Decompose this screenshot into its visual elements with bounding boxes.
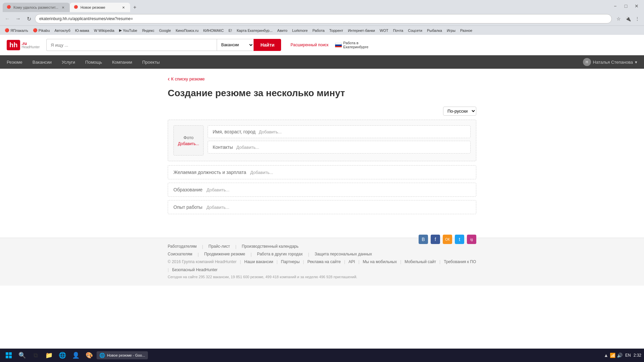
settings-button[interactable]: ⋮ — [633, 15, 641, 23]
footer-link-resume-promo[interactable]: Продвижение резюме — [204, 252, 245, 257]
name-field-row[interactable]: Имя, возраст, город Добавить... — [208, 125, 471, 138]
hh-header: hh .ru HeadHunter Вакансии Найти Расшире… — [0, 35, 644, 55]
bookmark-games[interactable]: Игры — [445, 28, 458, 33]
education-section-block[interactable]: Образование Добавить... — [168, 183, 476, 197]
bookmark-button[interactable]: ☆ — [614, 15, 623, 23]
location-text: Работа в Екатеринбурге — [343, 41, 367, 49]
nav-help[interactable]: Помощь — [85, 60, 102, 65]
contacts-field-row[interactable]: Контакты Добавить... — [208, 141, 471, 154]
advanced-search-link[interactable]: Расширенный поиск — [290, 43, 328, 47]
tray-network[interactable]: 📶 — [610, 353, 615, 358]
location-info: Работа в Екатеринбурге — [335, 41, 367, 49]
bookmark-kinomax[interactable]: КИНОМАКС — [201, 28, 226, 33]
footer-link-employers[interactable]: Работодателям — [168, 244, 197, 249]
taskbar-task-view[interactable]: ⧉ — [30, 349, 42, 361]
bookmark-youtube[interactable]: ▶ YouTube — [117, 27, 139, 33]
bookmark-work[interactable]: Работа — [310, 28, 326, 33]
new-tab-button[interactable]: + — [130, 3, 140, 12]
nav-companies[interactable]: Компании — [112, 60, 132, 65]
search-type-select[interactable]: Вакансии — [217, 39, 254, 51]
browser-tab-1[interactable]: 🔴 Кому удалось разместит... ✕ — [3, 3, 70, 12]
footer-requirements[interactable]: Требования к ПО — [444, 259, 476, 264]
nav-services[interactable]: Услуги — [62, 60, 75, 65]
tray-speaker[interactable]: 🔊 — [617, 353, 623, 358]
extensions-button[interactable]: 🔌 — [624, 15, 632, 23]
bookmark-avito[interactable]: Авито — [275, 28, 289, 33]
bookmark-map[interactable]: Карта Екатеринбур... — [235, 28, 275, 33]
footer-link-personal-data[interactable]: Защита персональных данных — [315, 252, 372, 257]
bookmark-yandex[interactable]: Яндекс — [140, 28, 156, 33]
footer-link-production-calendar[interactable]: Производственный календарь — [242, 244, 299, 249]
social-fb-icon[interactable]: f — [431, 235, 440, 244]
bookmark-social[interactable]: Соцсети — [406, 28, 424, 33]
social-ok-icon[interactable]: ОК — [443, 235, 452, 244]
photo-block[interactable]: Фото Добавить... — [173, 125, 204, 156]
nav-user[interactable]: Н Наталья Степанова ▾ — [583, 58, 637, 66]
tab-close-2[interactable]: ✕ — [121, 5, 126, 10]
bookmark-lurkmore[interactable]: Lurkmore — [290, 28, 310, 33]
bookmark-google[interactable]: Google — [157, 28, 173, 33]
language-select[interactable]: По-русски — [443, 107, 476, 116]
start-button[interactable] — [3, 349, 15, 361]
taskbar-time-display[interactable]: 2:32 — [634, 353, 641, 358]
bookmark-yomama[interactable]: Ю-мама — [73, 28, 91, 33]
close-button[interactable]: ✕ — [632, 3, 641, 9]
bookmark-torrent[interactable]: Торрент — [327, 28, 345, 33]
back-to-resumes-link[interactable]: К списку резюме — [168, 75, 476, 82]
search-button[interactable]: Найти — [254, 39, 281, 51]
taskbar-lang[interactable]: EN — [625, 353, 631, 358]
taskbar-search[interactable]: 🔍 — [16, 349, 28, 361]
education-section-add: Добавить... — [207, 187, 229, 192]
footer-mobile-site[interactable]: Мобильный сайт — [405, 259, 436, 264]
address-input[interactable]: ekaterinburg.hh.ru/applicant/resumes/vie… — [35, 14, 612, 23]
tray-up-arrow[interactable]: ▲ — [604, 353, 608, 358]
search-input[interactable] — [46, 39, 217, 51]
browser-tab-2[interactable]: 🔴 Новое резюме ✕ — [70, 3, 130, 12]
taskbar-people[interactable]: 👤 — [70, 349, 82, 361]
experience-section-label: Опыт работы — [173, 204, 202, 210]
footer-our-vacancies[interactable]: Наши вакансии — [244, 259, 273, 264]
social-ig-icon[interactable]: ig — [467, 235, 476, 244]
nav-vacancies[interactable]: Вакансии — [33, 60, 52, 65]
reload-button[interactable]: ↻ — [24, 14, 34, 23]
footer-link-other-cities[interactable]: Работа в других городах — [257, 252, 303, 257]
bookmark-pikabu[interactable]: 🔴 Pikabu — [31, 27, 52, 33]
bookmark-wot[interactable]: WOT — [378, 28, 390, 33]
forward-button[interactable]: → — [13, 14, 23, 23]
maximize-button[interactable]: □ — [621, 3, 631, 9]
bookmark-mail[interactable]: Почта — [391, 28, 406, 33]
bookmark-e1[interactable]: Е! — [226, 28, 234, 33]
footer: В f ОК t ig Работодателям | Прайс-лист |… — [0, 238, 644, 286]
nav-resume[interactable]: Резюме — [7, 60, 22, 65]
social-tw-icon[interactable]: t — [455, 235, 464, 244]
taskbar-active-app[interactable]: 🌐 Новое резюме - Goo... — [97, 351, 148, 359]
bookmark-banks[interactable]: Интернет-банки — [346, 28, 377, 33]
footer-safe-hh[interactable]: Безопасный HeadHunter — [172, 267, 218, 272]
job-section-block[interactable]: Желаемая должность и зарплата Добавить..… — [168, 165, 476, 179]
svg-rect-1 — [9, 352, 12, 355]
footer-api[interactable]: API — [348, 259, 355, 264]
taskbar-chrome[interactable]: 🌐 — [56, 349, 68, 361]
back-button[interactable]: ← — [3, 14, 12, 23]
footer-partners[interactable]: Партнеры — [281, 259, 300, 264]
taskbar: 🔍 ⧉ 📁 🌐 👤 🎨 🌐 Новое резюме - Goo... ▲ 📶 … — [0, 349, 644, 362]
bookmark-kinopoisk[interactable]: КиноПоиск.ru — [174, 28, 201, 33]
minimize-button[interactable]: − — [610, 3, 620, 9]
bookmark-autoclub[interactable]: Автоклуб — [53, 28, 72, 33]
bookmark-fishing[interactable]: Рыбалка — [425, 28, 444, 33]
tab-close-1[interactable]: ✕ — [60, 5, 66, 10]
bookmark-wikipedia[interactable]: W Wikipedia — [92, 28, 116, 33]
hh-logo[interactable]: hh .ru HeadHunter — [7, 40, 40, 50]
bookmark-yaplakat[interactable]: 🔴 ЯПлакалъ — [3, 27, 30, 33]
social-vk-icon[interactable]: В — [419, 235, 428, 244]
taskbar-file-explorer[interactable]: 📁 — [43, 349, 55, 361]
footer-link-applicants[interactable]: Соискателям — [168, 252, 192, 257]
footer-ads[interactable]: Реклама на сайте — [307, 259, 341, 264]
footer-link-pricelist[interactable]: Прайс-лист — [209, 244, 230, 249]
photo-add-link[interactable]: Добавить... — [178, 141, 199, 146]
nav-projects[interactable]: Проекты — [142, 60, 160, 65]
bookmark-misc[interactable]: Разное — [458, 28, 474, 33]
footer-mobile[interactable]: Мы на мобильных — [363, 259, 397, 264]
experience-section-block[interactable]: Опыт работы Добавить... — [168, 200, 476, 214]
taskbar-paint[interactable]: 🎨 — [83, 349, 95, 361]
